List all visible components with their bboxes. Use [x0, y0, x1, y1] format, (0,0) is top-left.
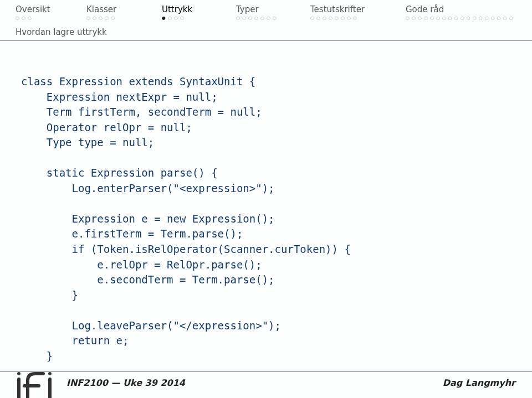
- footer-author: Dag Langmyhr: [443, 378, 515, 388]
- code-line: Type type = null;: [21, 136, 154, 148]
- slide-subtitle: Hvordan lagre uttrykk: [0, 26, 532, 40]
- nav-item-goderad[interactable]: Gode råd: [406, 4, 500, 14]
- nav-progress-row: ○○○ ○○○○○ ●○○○ ○○○○○○○ ○○○○○○○○ ○○○○○○○○…: [0, 15, 532, 26]
- progress-uttrykk: ●○○○: [162, 15, 236, 20]
- code-line: return e;: [21, 334, 129, 347]
- code-listing: class Expression extends SyntaxUnit { Ex…: [0, 41, 532, 364]
- code-line: e.secondTerm = Term.parse();: [21, 273, 275, 286]
- code-line: e.relOpr = RelOpr.parse();: [21, 259, 262, 271]
- nav-item-oversikt[interactable]: Oversikt: [16, 4, 86, 14]
- progress-testutskrifter: ○○○○○○○○: [310, 15, 406, 20]
- footer-course: INF2100 — Uke 39 2014: [66, 378, 185, 388]
- progress-goderad: ○○○○○○○○○○○○○○○○○○: [406, 15, 500, 20]
- ifi-logo-icon: [11, 369, 61, 398]
- nav-item-testutskrifter[interactable]: Testutskrifter: [310, 4, 406, 14]
- progress-klasser: ○○○○○: [86, 15, 162, 20]
- code-line: }: [21, 289, 78, 301]
- code-line: static Expression parse() {: [21, 167, 218, 179]
- code-line: Log.leaveParser("</expression>");: [21, 319, 281, 332]
- svg-point-3: [48, 372, 52, 375]
- code-line: class Expression extends SyntaxUnit {: [21, 75, 255, 87]
- code-line: Expression nextExpr = null;: [21, 91, 218, 103]
- code-line: Operator relOpr = null;: [21, 121, 192, 133]
- code-line: Log.enterParser("<expression>");: [21, 182, 275, 194]
- progress-typer: ○○○○○○○: [236, 15, 310, 20]
- nav-item-klasser[interactable]: Klasser: [86, 4, 162, 14]
- code-line: if (Token.isRelOperator(Scanner.curToken…: [21, 243, 351, 255]
- code-line: Expression e = new Expression();: [21, 213, 275, 225]
- progress-oversikt: ○○○: [16, 15, 86, 20]
- code-line: }: [21, 350, 53, 362]
- code-line: Term firstTerm, secondTerm = null;: [21, 106, 262, 118]
- svg-point-0: [17, 372, 21, 375]
- nav-tabs: Oversikt Klasser Uttrykk Typer Testutskr…: [0, 0, 532, 15]
- code-line: e.firstTerm = Term.parse();: [21, 228, 243, 240]
- nav-item-typer[interactable]: Typer: [236, 4, 310, 14]
- footer: INF2100 — Uke 39 2014 Dag Langmyhr: [0, 371, 532, 398]
- nav-item-uttrykk[interactable]: Uttrykk: [162, 4, 236, 14]
